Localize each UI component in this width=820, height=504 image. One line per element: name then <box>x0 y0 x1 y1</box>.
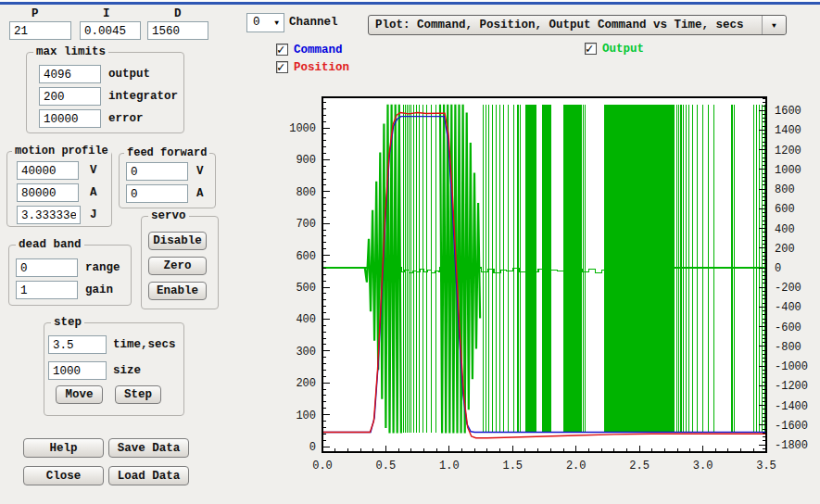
output-checkbox[interactable] <box>585 43 597 55</box>
svg-text:1000: 1000 <box>289 122 316 135</box>
max-error-input[interactable] <box>39 109 101 128</box>
dead-band-title: dead band <box>16 238 84 251</box>
disable-button[interactable]: Disable <box>148 232 207 250</box>
d-input[interactable] <box>147 21 208 40</box>
motion-j-label: J <box>90 208 97 221</box>
max-integrator-label: integrator <box>108 90 178 103</box>
plot-type-select[interactable]: Plot: Command, Position, Output Command … <box>368 15 787 35</box>
svg-text:800: 800 <box>775 183 795 196</box>
position-checkbox-label: Position <box>294 61 349 74</box>
svg-text:-800: -800 <box>775 341 801 354</box>
step-time-input[interactable] <box>48 335 107 354</box>
max-limits-title: max limits <box>33 45 108 58</box>
motion-v-label: V <box>90 164 97 177</box>
channel-label: Channel <box>289 16 338 29</box>
svg-text:-1200: -1200 <box>775 380 808 393</box>
svg-text:-1000: -1000 <box>775 360 808 373</box>
motion-j-input[interactable] <box>17 206 81 224</box>
motion-v-input[interactable] <box>17 161 79 180</box>
svg-text:700: 700 <box>296 218 316 231</box>
deadband-gain-label: gain <box>85 284 113 296</box>
svg-text:-400: -400 <box>775 301 801 314</box>
step-time-label: time,secs <box>113 338 176 351</box>
svg-text:2.5: 2.5 <box>629 460 650 472</box>
step-button[interactable]: Step <box>115 385 161 404</box>
svg-text:-1600: -1600 <box>775 420 808 433</box>
chevron-down-icon: ▼ <box>274 19 279 27</box>
close-button[interactable]: Close <box>23 466 104 485</box>
step-size-input[interactable] <box>48 361 107 380</box>
motion-profile-title: motion profile <box>12 145 111 158</box>
max-integrator-input[interactable] <box>39 87 101 106</box>
plot-canvas: 01002003004005006007008009001000-1800-16… <box>278 83 820 502</box>
svg-text:1.0: 1.0 <box>439 460 460 472</box>
deadband-gain-input[interactable] <box>16 281 78 299</box>
deadband-range-label: range <box>85 261 120 274</box>
max-output-label: output <box>108 68 150 81</box>
svg-text:800: 800 <box>296 186 316 199</box>
window-title-border <box>0 2 820 5</box>
svg-text:-1400: -1400 <box>775 400 808 413</box>
servo-title: servo <box>148 209 189 222</box>
zero-button[interactable]: Zero <box>148 257 207 275</box>
svg-text:600: 600 <box>775 203 795 216</box>
i-input[interactable] <box>80 21 141 40</box>
chevron-down-icon <box>762 16 786 34</box>
channel-value: 0 <box>253 16 260 29</box>
help-button[interactable]: Help <box>23 438 104 458</box>
ff-v-input[interactable] <box>126 162 188 181</box>
command-checkbox-label: Command <box>294 44 343 57</box>
svg-text:-600: -600 <box>775 321 801 334</box>
d-label: D <box>174 7 182 20</box>
svg-text:500: 500 <box>296 282 316 295</box>
svg-text:0: 0 <box>775 262 781 275</box>
svg-text:1.5: 1.5 <box>502 460 523 472</box>
position-checkbox[interactable] <box>276 61 288 73</box>
channel-select[interactable]: 0 ▼ <box>246 13 284 32</box>
p-input[interactable] <box>9 21 71 40</box>
save-data-button[interactable]: Save Data <box>108 438 189 458</box>
svg-text:400: 400 <box>775 223 795 236</box>
ff-a-input[interactable] <box>126 184 188 203</box>
svg-text:2.0: 2.0 <box>566 460 587 472</box>
enable-button[interactable]: Enable <box>148 282 207 300</box>
svg-text:300: 300 <box>296 346 316 359</box>
move-button[interactable]: Move <box>56 385 103 404</box>
svg-text:200: 200 <box>775 243 795 256</box>
output-checkbox-label: Output <box>602 43 644 56</box>
svg-text:1000: 1000 <box>775 164 801 177</box>
i-label: I <box>103 7 110 20</box>
svg-text:900: 900 <box>296 154 316 167</box>
svg-text:-200: -200 <box>775 282 801 295</box>
pid-tuning-window: P I D 0 ▼ Channel Plot: Command, Positio… <box>0 0 820 504</box>
load-data-button[interactable]: Load Data <box>108 466 189 485</box>
max-output-input[interactable] <box>39 65 101 83</box>
svg-text:100: 100 <box>296 410 316 422</box>
motion-a-label: A <box>90 186 97 199</box>
svg-text:200: 200 <box>296 377 316 390</box>
command-checkbox[interactable] <box>276 44 288 56</box>
svg-text:-1800: -1800 <box>775 439 808 452</box>
svg-text:0.5: 0.5 <box>376 460 397 472</box>
svg-text:1600: 1600 <box>775 105 801 118</box>
svg-text:1200: 1200 <box>775 145 801 158</box>
svg-text:3.0: 3.0 <box>693 460 713 472</box>
svg-text:400: 400 <box>296 313 316 326</box>
step-title: step <box>51 316 84 329</box>
plot-type-value: Plot: Command, Position, Output Command … <box>369 19 762 32</box>
ff-v-label: V <box>196 165 204 178</box>
svg-text:0: 0 <box>309 441 316 454</box>
svg-text:600: 600 <box>296 250 316 263</box>
svg-text:0.0: 0.0 <box>312 460 333 472</box>
deadband-range-input[interactable] <box>16 258 78 277</box>
p-label: P <box>32 7 39 20</box>
max-error-label: error <box>108 112 144 125</box>
svg-text:1400: 1400 <box>775 124 801 137</box>
ff-a-label: A <box>196 187 204 200</box>
step-size-label: size <box>113 364 141 377</box>
motion-a-input[interactable] <box>17 183 79 202</box>
plot-panel: 01002003004005006007008009001000-1800-16… <box>278 83 820 502</box>
feed-forward-title: feed forward <box>124 146 209 159</box>
svg-text:3.5: 3.5 <box>756 460 776 472</box>
